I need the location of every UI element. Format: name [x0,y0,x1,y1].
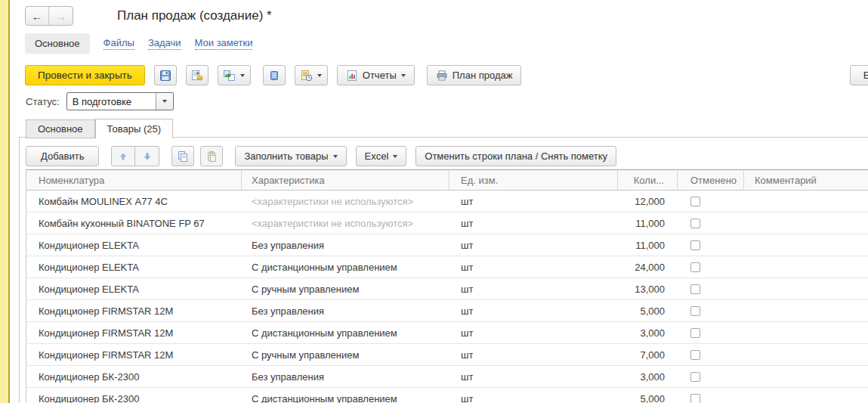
cell-unit[interactable]: шт [449,234,618,256]
column-header-cancelled[interactable]: Отменено [678,170,744,190]
column-header-quantity[interactable]: Коли... [618,170,678,190]
add-row-button[interactable]: Добавить [26,146,99,166]
table-row[interactable]: Кондиционер FIRMSTAR 12M С дистанционным… [26,322,868,344]
cell-comment[interactable] [744,191,868,212]
cell-characteristic[interactable]: С дистанционным управлением [242,322,449,343]
cell-unit[interactable]: шт [449,191,618,212]
cancelled-checkbox[interactable] [690,219,700,228]
move-down-button[interactable] [135,146,159,166]
column-header-nomenclature[interactable]: Номенклатура [26,170,242,190]
cell-unit[interactable]: шт [449,388,618,403]
cell-nomenclature[interactable]: Кондиционер ELEKTA [26,256,242,277]
cancelled-checkbox[interactable] [690,306,700,316]
cell-characteristic[interactable]: С ручным управлением [242,344,449,365]
cell-characteristic[interactable]: Без управления [242,366,449,387]
cell-comment[interactable] [744,212,868,234]
nav-tab-main[interactable]: Основное [25,33,90,54]
cell-nomenclature[interactable]: Кондиционер БК-2300 [26,388,242,403]
cell-quantity[interactable]: 11,000 [618,234,678,256]
forward-button[interactable]: → [49,7,73,25]
move-up-button[interactable] [111,146,135,166]
cell-characteristic[interactable]: Без управления [242,234,449,256]
cell-unit[interactable]: шт [449,322,618,343]
table-row[interactable]: Кондиционер ELEKTA С ручным управлением … [26,278,868,300]
cell-nomenclature[interactable]: Кондиционер FIRMSTAR 12M [26,300,242,321]
cell-nomenclature[interactable]: Кондиционер ELEKTA [26,278,242,299]
nav-link-notes[interactable]: Мои заметки [195,37,253,50]
cell-nomenclature[interactable]: Комбайн MOULINEX А77 4С [26,191,242,212]
cancelled-checkbox[interactable] [690,284,700,294]
cancel-plan-lines-button[interactable]: Отменить строки плана / Снять пометку [415,146,616,166]
cell-comment[interactable] [744,366,868,387]
nav-link-tasks[interactable]: Задачи [148,37,181,50]
cancelled-checkbox[interactable] [690,394,700,403]
post-button[interactable] [186,65,209,85]
cell-unit[interactable]: шт [449,256,618,277]
cell-quantity[interactable]: 7,000 [618,344,678,365]
cell-unit[interactable]: шт [449,366,618,387]
excel-button[interactable]: Excel [356,146,407,166]
cancelled-checkbox[interactable] [690,262,700,272]
table-row[interactable]: Кондиционер FIRMSTAR 12M С ручным управл… [26,344,868,366]
back-button[interactable]: ← [26,7,49,25]
cell-unit[interactable]: шт [449,300,618,321]
tab-main[interactable]: Основное [26,119,95,138]
cell-quantity[interactable]: 11,000 [618,212,678,234]
cancelled-checkbox[interactable] [690,372,700,382]
cell-nomenclature[interactable]: Кондиционер ELEKTA [26,234,242,256]
table-row[interactable]: Комбайн MOULINEX А77 4С <характеристики … [26,191,868,212]
nav-link-files[interactable]: Файлы [103,37,134,50]
table-row[interactable]: Комбайн кухонный BINATONE FP 67 <характе… [26,212,868,234]
cell-nomenclature[interactable]: Кондиционер FIRMSTAR 12M [26,344,242,365]
fill-goods-button[interactable]: Заполнить товары [235,146,346,166]
save-button[interactable] [154,65,177,85]
cancelled-checkbox[interactable] [690,350,700,360]
column-header-comment[interactable]: Комментарий [744,170,868,190]
table-row[interactable]: Кондиционер БК-2300 С дистанционным упра… [26,388,868,403]
cell-characteristic[interactable]: Без управления [242,300,449,321]
paste-row-button[interactable] [200,146,223,166]
cell-nomenclature[interactable]: Кондиционер БК-2300 [26,366,242,387]
cell-quantity[interactable]: 12,000 [618,191,678,212]
cell-comment[interactable] [744,256,868,277]
cell-unit[interactable]: шт [449,212,618,234]
cell-quantity[interactable]: 5,000 [618,388,678,403]
cancelled-checkbox[interactable] [690,240,700,250]
cancelled-checkbox[interactable] [690,197,700,206]
tab-goods[interactable]: Товары (25) [95,119,173,138]
cell-nomenclature[interactable]: Кондиционер FIRMSTAR 12M [26,322,242,343]
cell-characteristic[interactable]: <характеристики не используются> [242,191,449,212]
cell-characteristic[interactable]: <характеристики не используются> [242,212,449,234]
cell-characteristic[interactable]: С дистанционным управлением [242,256,449,277]
status-value[interactable]: В подготовке [67,93,156,110]
create-based-on-button[interactable] [218,65,251,85]
cell-unit[interactable]: шт [449,344,618,365]
column-header-characteristic[interactable]: Характеристика [242,170,449,190]
post-and-close-button[interactable]: Провести и закрыть [25,65,145,85]
cell-quantity[interactable]: 3,000 [618,366,678,387]
cancelled-checkbox[interactable] [690,328,700,338]
cell-quantity[interactable]: 5,000 [618,300,678,321]
cell-comment[interactable] [744,278,868,299]
table-row[interactable]: Кондиционер БК-2300 Без управления шт 3,… [26,366,868,388]
document-register-button[interactable] [263,65,286,85]
column-header-unit[interactable]: Ед. изм. [449,170,618,190]
print-plan-button[interactable]: План продаж [427,65,522,85]
cell-characteristic[interactable]: С дистанционным управлением [242,388,449,403]
cell-characteristic[interactable]: С ручным управлением [242,278,449,299]
more-button[interactable]: Е [850,65,868,85]
cell-comment[interactable] [744,344,868,365]
cell-quantity[interactable]: 13,000 [618,278,678,299]
cell-comment[interactable] [744,322,868,343]
cell-unit[interactable]: шт [449,278,618,299]
table-row[interactable]: Кондиционер FIRMSTAR 12M Без управления … [26,300,868,322]
cell-comment[interactable] [744,234,868,256]
copy-row-button[interactable] [171,146,194,166]
reports-button[interactable]: Отчеты [337,65,415,85]
tasks-reminder-button[interactable] [295,65,328,85]
table-row[interactable]: Кондиционер ELEKTA С дистанционным управ… [26,256,868,278]
cell-quantity[interactable]: 24,000 [618,256,678,277]
cell-comment[interactable] [744,388,868,403]
table-row[interactable]: Кондиционер ELEKTA Без управления шт 11,… [26,234,868,256]
status-dropdown-button[interactable] [156,93,173,110]
